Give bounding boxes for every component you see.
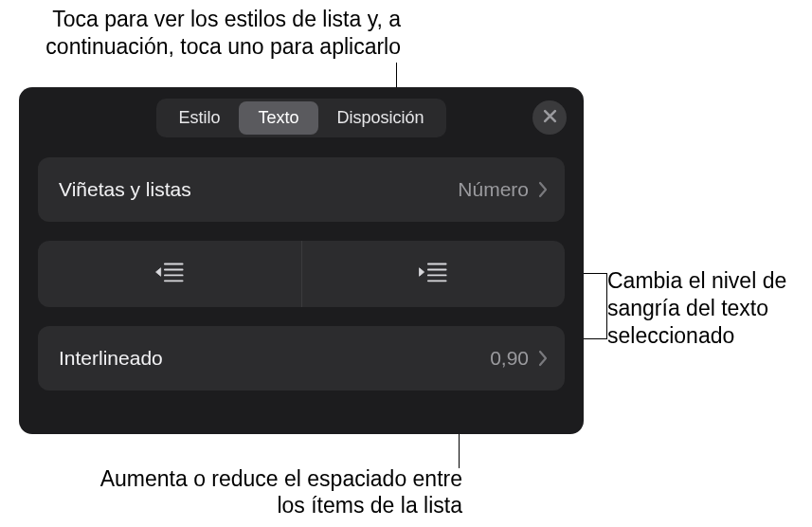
leader-line [606, 273, 607, 339]
panel-body: Viñetas y listas Número [19, 148, 584, 391]
chevron-right-icon [538, 350, 548, 367]
chevron-right-icon [538, 181, 548, 198]
callout-indent-level: Cambia el nivel de sangría del texto sel… [607, 267, 806, 349]
line-spacing-label: Interlineado [59, 347, 490, 370]
bullets-and-lists-row[interactable]: Viñetas y listas Número [38, 157, 565, 222]
tab-text[interactable]: Texto [239, 101, 317, 135]
bullets-and-lists-label: Viñetas y listas [59, 178, 458, 201]
indent-controls [38, 241, 565, 307]
panel-header: Estilo Texto Disposición [19, 87, 584, 148]
line-spacing-value: 0,90 [490, 347, 529, 370]
indent-icon [417, 260, 449, 288]
bullets-and-lists-value: Número [458, 178, 529, 201]
tab-style[interactable]: Estilo [159, 101, 239, 135]
outdent-button[interactable] [38, 241, 301, 307]
leader-line [583, 338, 606, 339]
outdent-icon [153, 260, 186, 288]
close-icon [543, 109, 557, 127]
indent-button[interactable] [301, 241, 566, 307]
format-panel: Estilo Texto Disposición Viñetas y lista… [19, 87, 584, 434]
line-spacing-row[interactable]: Interlineado 0,90 [38, 326, 565, 391]
tab-layout[interactable]: Disposición [318, 101, 443, 135]
callout-list-styles: Toca para ver los estilos de lista y, a … [17, 6, 401, 61]
segmented-control: Estilo Texto Disposición [156, 99, 445, 137]
close-button[interactable] [532, 100, 567, 135]
leader-line [583, 273, 606, 274]
callout-line-spacing: Aumenta o reduce el espaciado entre los … [81, 465, 462, 520]
